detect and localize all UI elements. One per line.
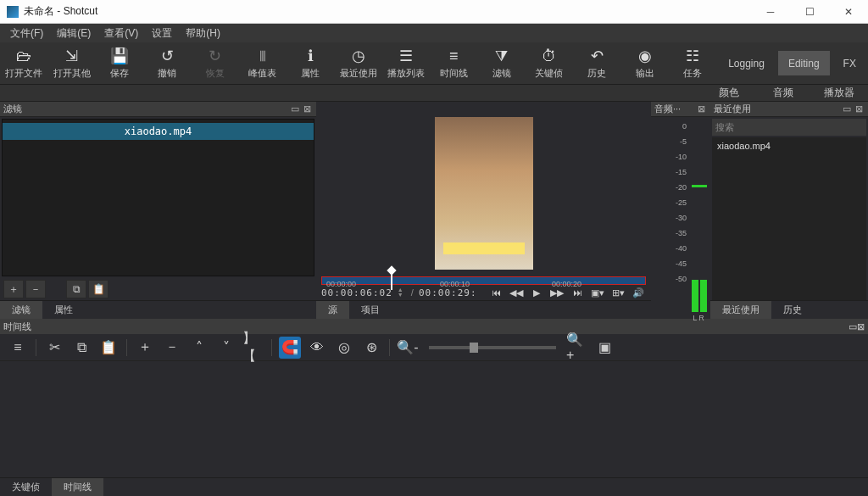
filters-clip-list[interactable]: xiaodao.mp4	[2, 119, 314, 276]
copy-button[interactable]: ⧉	[70, 337, 92, 359]
layout-audio[interactable]: 音频	[758, 85, 809, 101]
tab-filters[interactable]: 滤镜	[0, 301, 42, 319]
forward-button[interactable]: ▶▶	[549, 287, 565, 298]
filters-button[interactable]: ⧩滤镜	[477, 42, 525, 84]
menu-edit[interactable]: 编辑(E)	[50, 25, 97, 42]
overwrite-button[interactable]: ˅	[215, 337, 237, 359]
ripple-all-button[interactable]: ⊛	[360, 337, 382, 359]
timeline-close-icon[interactable]: ⊠	[857, 321, 865, 332]
tab-source[interactable]: 源	[316, 301, 349, 319]
cut-button[interactable]: ✂	[43, 337, 65, 359]
timeline-menu-button[interactable]: ≡	[7, 337, 29, 359]
jobs-icon: ☷	[686, 47, 699, 65]
bottom-tab-timeline[interactable]: 时间线	[52, 478, 103, 496]
bottom-tab-keyframes[interactable]: 关键侦	[0, 478, 52, 496]
window-minimize-button[interactable]: ─	[751, 0, 790, 24]
timeline-button[interactable]: ≡时间线	[430, 42, 477, 84]
tab-recent[interactable]: 最近使用	[710, 301, 771, 319]
split-button[interactable]: 】【	[242, 337, 264, 359]
recent-panel-header: 最近使用 ▭ ⊠	[710, 102, 868, 117]
layout-player[interactable]: 播放器	[812, 85, 866, 101]
layout-color[interactable]: 颜色	[704, 85, 754, 101]
folder-open-icon: 🗁	[16, 47, 31, 65]
zoom-in-button[interactable]: 🔍+	[566, 337, 588, 359]
zoom-slider-knob[interactable]	[470, 343, 478, 353]
audio-scale: 0 -5 -10 -15 -20 -25 -30 -35 -40 -45 -50…	[651, 117, 710, 319]
clock-icon: ◷	[352, 47, 365, 65]
paste-button[interactable]: 📋	[97, 337, 120, 359]
zoom-fit-button[interactable]: ▣▾	[590, 287, 605, 298]
audio-peak-indicator	[692, 185, 707, 187]
snap-button[interactable]: 🧲	[279, 337, 301, 359]
tab-history[interactable]: 历史	[771, 301, 814, 319]
export-button[interactable]: ◉输出	[620, 42, 668, 84]
peak-meter-button[interactable]: ⫴峰值表	[239, 42, 287, 84]
ripple-button[interactable]: ◎	[333, 337, 355, 359]
open-other-button[interactable]: ⇲打开其他	[47, 42, 95, 84]
add-filter-button[interactable]: ＋	[3, 280, 24, 298]
panel-close-icon[interactable]: ⊠	[301, 103, 313, 114]
timeline-toolbar: ≡ ✂ ⧉ 📋 ＋ － ˄ ˅ 】【 🧲 👁 ◎ ⊛ 🔍- 🔍+ ▣	[0, 334, 868, 361]
volume-button[interactable]: 🔊	[631, 287, 646, 298]
audio-level-bars	[692, 280, 707, 312]
scrub-button[interactable]: 👁	[306, 337, 328, 359]
recent-button[interactable]: ◷最近使用	[334, 42, 381, 84]
clip-item[interactable]: xiaodao.mp4	[3, 123, 314, 140]
window-close-button[interactable]: ✕	[829, 0, 868, 24]
menu-file[interactable]: 文件(F)	[3, 25, 50, 42]
zoom-fit-timeline-button[interactable]: ▣	[593, 337, 615, 359]
properties-button[interactable]: ℹ属性	[287, 42, 334, 84]
append-button[interactable]: ＋	[134, 337, 156, 359]
zoom-out-button[interactable]: 🔍-	[397, 337, 419, 359]
save-button[interactable]: 💾保存	[96, 42, 143, 84]
copy-filter-button[interactable]: ⧉	[66, 280, 86, 298]
jobs-button[interactable]: ☷任务	[669, 42, 716, 84]
network-icon: ⇲	[65, 47, 78, 65]
video-preview[interactable]	[316, 117, 651, 270]
paste-filter-button[interactable]: 📋	[88, 280, 108, 298]
main-toolbar: 🗁打开文件 ⇲打开其他 💾保存 ↺撤销 ↻恢复 ⫴峰值表 ℹ属性 ◷最近使用 ☰…	[0, 42, 868, 85]
lift-button[interactable]: ˄	[188, 337, 210, 359]
play-button[interactable]: ▶	[529, 287, 544, 298]
transport-bar: 00:00:06:02 ▲▼ / 00:00:29: ⏮ ◀◀ ▶ ▶▶ ⏭ ▣…	[316, 285, 651, 300]
undo-button[interactable]: ↺撤销	[143, 42, 191, 84]
window-maximize-button[interactable]: ☐	[790, 0, 829, 24]
zoom-slider[interactable]	[429, 346, 556, 349]
audio-panel-close-icon[interactable]: ⊠	[695, 103, 707, 114]
tab-project[interactable]: 项目	[349, 301, 392, 319]
remove-button[interactable]: －	[161, 337, 183, 359]
window-titlebar: 未命名 - Shotcut ─ ☐ ✕	[0, 0, 868, 24]
open-file-button[interactable]: 🗁打开文件	[0, 42, 47, 84]
timeline-panel-header: 时间线 ▭ ⊠	[0, 319, 868, 334]
current-timecode[interactable]: 00:00:06:02	[321, 287, 392, 298]
layout-editing[interactable]: Editing	[778, 51, 830, 75]
recent-search-input[interactable]: 搜索	[712, 119, 866, 136]
recent-item[interactable]: xiaodao.mp4	[712, 137, 866, 154]
layout-toolbar-row2: 颜色 音频 播放器	[0, 85, 868, 102]
menu-help[interactable]: 帮助(H)	[179, 25, 227, 42]
layout-fx[interactable]: FX	[833, 51, 866, 75]
menu-settings[interactable]: 设置	[145, 25, 179, 42]
timeline-undock-icon[interactable]: ▭	[849, 321, 857, 332]
redo-button[interactable]: ↻恢复	[191, 42, 238, 84]
timecode-spinner[interactable]: ▲▼	[398, 287, 406, 298]
playlist-button[interactable]: ☰播放列表	[382, 42, 430, 84]
skip-end-button[interactable]: ⏭	[570, 287, 585, 298]
recent-panel-close-icon[interactable]: ⊠	[853, 103, 865, 114]
skip-start-button[interactable]: ⏮	[488, 287, 504, 298]
layout-logging[interactable]: Logging	[718, 51, 775, 75]
menu-view[interactable]: 查看(V)	[97, 25, 145, 42]
bars-icon: ⫴	[259, 47, 266, 65]
rewind-button[interactable]: ◀◀	[509, 287, 524, 298]
panel-undock-icon[interactable]: ▭	[289, 103, 301, 114]
timeline-tracks-area[interactable]	[0, 361, 868, 477]
remove-filter-button[interactable]: －	[25, 280, 46, 298]
recent-panel-undock-icon[interactable]: ▭	[841, 103, 853, 114]
video-frame	[435, 117, 533, 270]
preview-scrubber[interactable]: 00:00:00 00:00:10 00:00:20	[321, 270, 646, 285]
keyframes-button[interactable]: ⏱关键侦	[526, 42, 573, 84]
tab-properties[interactable]: 属性	[42, 301, 85, 319]
history-button[interactable]: ↶历史	[573, 42, 620, 84]
recent-list[interactable]: xiaodao.mp4	[712, 137, 866, 300]
grid-button[interactable]: ⊞▾	[610, 287, 626, 298]
